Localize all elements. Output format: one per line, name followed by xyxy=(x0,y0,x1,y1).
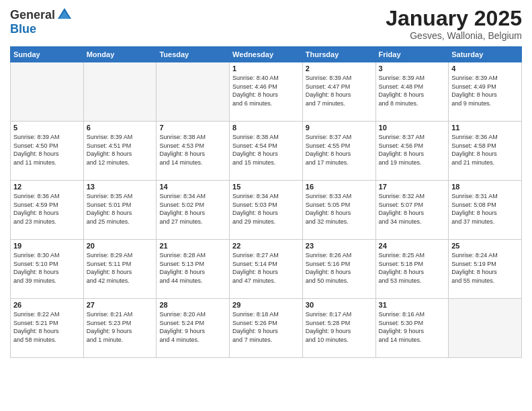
table-row: 2Sunrise: 8:39 AM Sunset: 4:47 PM Daylig… xyxy=(302,62,375,122)
day-info: Sunrise: 8:29 AM Sunset: 5:11 PM Dayligh… xyxy=(87,251,154,285)
table-row: 20Sunrise: 8:29 AM Sunset: 5:11 PM Dayli… xyxy=(83,240,157,299)
day-info: Sunrise: 8:35 AM Sunset: 5:01 PM Dayligh… xyxy=(87,192,154,226)
table-row: 10Sunrise: 8:37 AM Sunset: 4:56 PM Dayli… xyxy=(375,122,449,181)
table-row xyxy=(83,62,157,122)
day-number: 31 xyxy=(379,301,446,309)
calendar-location: Gesves, Wallonia, Belgium xyxy=(386,30,522,41)
day-info: Sunrise: 8:38 AM Sunset: 4:54 PM Dayligh… xyxy=(232,133,300,167)
logo-blue: Blue xyxy=(10,22,36,36)
header-tuesday: Tuesday xyxy=(157,47,230,62)
day-number: 30 xyxy=(306,301,373,309)
day-number: 14 xyxy=(159,183,226,191)
calendar-week-row: 26Sunrise: 8:22 AM Sunset: 5:21 PM Dayli… xyxy=(11,299,522,358)
day-info: Sunrise: 8:39 AM Sunset: 4:49 PM Dayligh… xyxy=(451,74,519,107)
day-number: 2 xyxy=(306,64,373,73)
day-info: Sunrise: 8:24 AM Sunset: 5:19 PM Dayligh… xyxy=(451,251,519,285)
table-row: 23Sunrise: 8:26 AM Sunset: 5:16 PM Dayli… xyxy=(302,240,375,299)
day-number: 13 xyxy=(87,183,154,191)
table-row: 7Sunrise: 8:38 AM Sunset: 4:53 PM Daylig… xyxy=(157,122,230,181)
calendar-week-row: 1Sunrise: 8:40 AM Sunset: 4:46 PM Daylig… xyxy=(11,62,522,122)
header-saturday: Saturday xyxy=(449,47,522,62)
table-row: 3Sunrise: 8:39 AM Sunset: 4:48 PM Daylig… xyxy=(375,62,449,122)
day-info: Sunrise: 8:26 AM Sunset: 5:16 PM Dayligh… xyxy=(306,251,373,285)
day-number: 19 xyxy=(13,242,81,250)
logo-general: General xyxy=(10,9,55,21)
day-number: 23 xyxy=(306,242,373,250)
header-thursday: Thursday xyxy=(302,47,375,62)
day-number: 7 xyxy=(159,124,226,132)
day-number: 24 xyxy=(379,242,446,250)
day-info: Sunrise: 8:39 AM Sunset: 4:47 PM Dayligh… xyxy=(306,74,373,107)
table-row: 17Sunrise: 8:32 AM Sunset: 5:07 PM Dayli… xyxy=(375,181,449,240)
calendar-week-row: 19Sunrise: 8:30 AM Sunset: 5:10 PM Dayli… xyxy=(11,240,522,299)
day-info: Sunrise: 8:39 AM Sunset: 4:51 PM Dayligh… xyxy=(87,133,154,167)
calendar-week-row: 5Sunrise: 8:39 AM Sunset: 4:50 PM Daylig… xyxy=(11,122,522,181)
table-row: 18Sunrise: 8:31 AM Sunset: 5:08 PM Dayli… xyxy=(449,181,522,240)
table-row: 25Sunrise: 8:24 AM Sunset: 5:19 PM Dayli… xyxy=(449,240,522,299)
day-info: Sunrise: 8:34 AM Sunset: 5:03 PM Dayligh… xyxy=(232,192,300,226)
day-info: Sunrise: 8:33 AM Sunset: 5:05 PM Dayligh… xyxy=(306,192,373,226)
table-row: 9Sunrise: 8:37 AM Sunset: 4:55 PM Daylig… xyxy=(302,122,375,181)
table-row: 28Sunrise: 8:20 AM Sunset: 5:24 PM Dayli… xyxy=(157,299,230,358)
table-row: 31Sunrise: 8:16 AM Sunset: 5:30 PM Dayli… xyxy=(375,299,449,358)
day-number: 8 xyxy=(232,124,300,132)
header: General Blue January 2025 Gesves, Wallon… xyxy=(10,7,522,41)
day-number: 29 xyxy=(232,301,300,309)
table-row: 30Sunrise: 8:17 AM Sunset: 5:28 PM Dayli… xyxy=(302,299,375,358)
table-row: 26Sunrise: 8:22 AM Sunset: 5:21 PM Dayli… xyxy=(11,299,84,358)
day-info: Sunrise: 8:40 AM Sunset: 4:46 PM Dayligh… xyxy=(232,74,300,107)
day-info: Sunrise: 8:20 AM Sunset: 5:24 PM Dayligh… xyxy=(159,310,226,344)
header-sunday: Sunday xyxy=(11,47,84,62)
logo: General Blue xyxy=(10,7,73,36)
table-row: 19Sunrise: 8:30 AM Sunset: 5:10 PM Dayli… xyxy=(11,240,84,299)
table-row: 8Sunrise: 8:38 AM Sunset: 4:54 PM Daylig… xyxy=(230,122,303,181)
table-row: 22Sunrise: 8:27 AM Sunset: 5:14 PM Dayli… xyxy=(230,240,303,299)
day-number: 6 xyxy=(87,124,154,132)
table-row: 29Sunrise: 8:18 AM Sunset: 5:26 PM Dayli… xyxy=(230,299,303,358)
day-number: 1 xyxy=(232,64,300,73)
day-number: 3 xyxy=(379,64,446,73)
day-info: Sunrise: 8:27 AM Sunset: 5:14 PM Dayligh… xyxy=(232,251,300,285)
day-number: 10 xyxy=(379,124,446,132)
day-number: 25 xyxy=(451,242,519,250)
calendar-table: Sunday Monday Tuesday Wednesday Thursday… xyxy=(10,46,522,358)
table-row: 16Sunrise: 8:33 AM Sunset: 5:05 PM Dayli… xyxy=(302,181,375,240)
title-block: January 2025 Gesves, Wallonia, Belgium xyxy=(386,7,522,41)
day-info: Sunrise: 8:22 AM Sunset: 5:21 PM Dayligh… xyxy=(13,310,81,344)
table-row xyxy=(11,62,84,122)
table-row xyxy=(157,62,230,122)
table-row: 5Sunrise: 8:39 AM Sunset: 4:50 PM Daylig… xyxy=(11,122,84,181)
table-row: 15Sunrise: 8:34 AM Sunset: 5:03 PM Dayli… xyxy=(230,181,303,240)
day-number: 22 xyxy=(232,242,300,250)
day-info: Sunrise: 8:16 AM Sunset: 5:30 PM Dayligh… xyxy=(379,310,446,344)
day-info: Sunrise: 8:38 AM Sunset: 4:53 PM Dayligh… xyxy=(159,133,226,167)
day-number: 15 xyxy=(232,183,300,191)
day-number: 4 xyxy=(451,64,519,73)
day-number: 17 xyxy=(379,183,446,191)
day-info: Sunrise: 8:18 AM Sunset: 5:26 PM Dayligh… xyxy=(232,310,300,344)
table-row xyxy=(449,299,522,358)
day-info: Sunrise: 8:39 AM Sunset: 4:50 PM Dayligh… xyxy=(13,133,81,167)
table-row: 4Sunrise: 8:39 AM Sunset: 4:49 PM Daylig… xyxy=(449,62,522,122)
table-row: 13Sunrise: 8:35 AM Sunset: 5:01 PM Dayli… xyxy=(83,181,157,240)
day-number: 11 xyxy=(451,124,519,132)
day-info: Sunrise: 8:31 AM Sunset: 5:08 PM Dayligh… xyxy=(451,192,519,226)
day-info: Sunrise: 8:28 AM Sunset: 5:13 PM Dayligh… xyxy=(159,251,226,285)
day-info: Sunrise: 8:25 AM Sunset: 5:18 PM Dayligh… xyxy=(379,251,446,285)
calendar-week-row: 12Sunrise: 8:36 AM Sunset: 4:59 PM Dayli… xyxy=(11,181,522,240)
day-number: 16 xyxy=(306,183,373,191)
day-info: Sunrise: 8:21 AM Sunset: 5:23 PM Dayligh… xyxy=(87,310,154,344)
table-row: 6Sunrise: 8:39 AM Sunset: 4:51 PM Daylig… xyxy=(83,122,157,181)
day-info: Sunrise: 8:30 AM Sunset: 5:10 PM Dayligh… xyxy=(13,251,81,285)
day-number: 28 xyxy=(159,301,226,309)
table-row: 21Sunrise: 8:28 AM Sunset: 5:13 PM Dayli… xyxy=(157,240,230,299)
table-row: 1Sunrise: 8:40 AM Sunset: 4:46 PM Daylig… xyxy=(230,62,303,122)
day-info: Sunrise: 8:34 AM Sunset: 5:02 PM Dayligh… xyxy=(159,192,226,226)
day-number: 21 xyxy=(159,242,226,250)
day-number: 18 xyxy=(451,183,519,191)
table-row: 24Sunrise: 8:25 AM Sunset: 5:18 PM Dayli… xyxy=(375,240,449,299)
table-row: 14Sunrise: 8:34 AM Sunset: 5:02 PM Dayli… xyxy=(157,181,230,240)
header-monday: Monday xyxy=(83,47,157,62)
day-number: 20 xyxy=(87,242,154,250)
day-info: Sunrise: 8:32 AM Sunset: 5:07 PM Dayligh… xyxy=(379,192,446,226)
